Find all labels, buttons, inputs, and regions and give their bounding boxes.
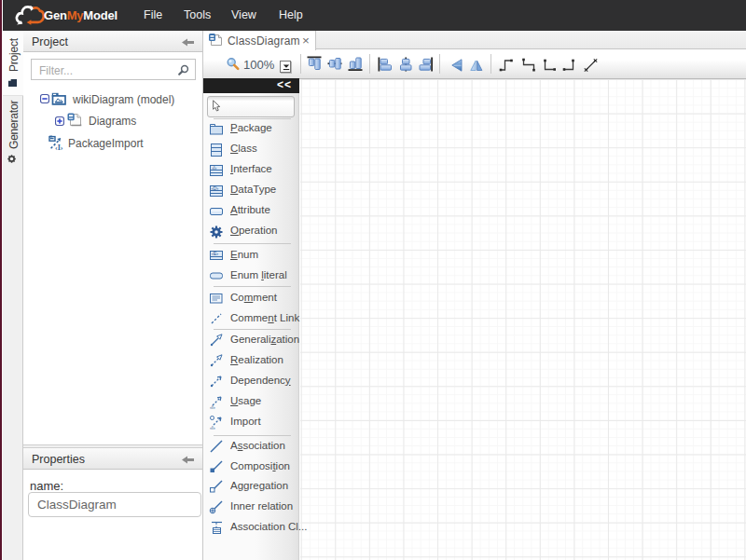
svg-text:‹D›: ‹D› (212, 184, 219, 190)
svg-text:‹I›: ‹I› (55, 143, 63, 151)
svg-text:‹I›: ‹I› (210, 404, 215, 410)
svg-text:‹I›: ‹I› (212, 164, 216, 170)
svg-text:‹E›: ‹E› (212, 251, 219, 256)
svg-text:‹I›: ‹I› (210, 425, 215, 430)
